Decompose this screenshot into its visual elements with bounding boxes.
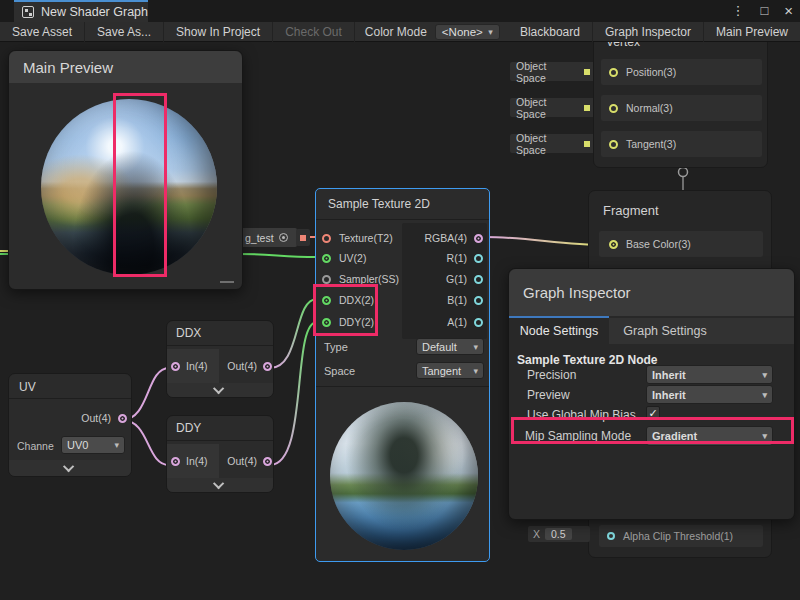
port-position-icon[interactable] [609,68,618,77]
tab-new-shader-graph[interactable]: New Shader Graph [14,0,148,22]
output-row-out4[interactable]: Out(4) [219,444,275,478]
port-b-icon[interactable] [474,296,483,305]
port-uv-icon[interactable] [322,254,331,263]
chevron-down-icon: ▾ [488,27,493,37]
sample-texture-2d-node[interactable]: Sample Texture 2D Texture(T2) UV(2) Samp… [315,188,490,562]
type-dropdown[interactable]: Default ▾ [416,338,484,355]
collapse-toggle[interactable] [167,478,273,492]
port-row-base-color[interactable]: Base Color(3) [599,231,763,257]
input-row-in4[interactable]: In(4) [167,349,219,383]
collapse-toggle[interactable] [9,460,131,476]
port-square-icon[interactable] [584,69,590,75]
annotation-mip-sampling-mode [511,417,794,444]
tab-label: Node Settings [520,324,599,338]
sample-preview-sphere [330,402,478,550]
port-row-tangent[interactable]: Tangent(3) [601,131,762,157]
port-label: UV(2) [339,252,366,264]
preview-dropdown[interactable]: Inherit ▾ [646,385,773,404]
port-label: A(1) [447,316,467,328]
port-label: B(1) [447,294,467,306]
save-as-button[interactable]: Save As... [85,22,164,42]
output-row-g[interactable]: G(1) [402,269,487,289]
port-out-icon[interactable] [263,362,272,371]
blackboard-toggle-button[interactable]: Blackboard [508,22,593,42]
main-preview-toggle-button[interactable]: Main Preview [704,22,800,42]
main-preview-header[interactable]: Main Preview [9,51,242,83]
resize-handle[interactable] [220,281,234,283]
tab-graph-settings[interactable]: Graph Settings [609,318,721,344]
precision-dropdown[interactable]: Inherit ▾ [646,365,773,384]
port-out-icon[interactable] [263,457,272,466]
tab-node-settings[interactable]: Node Settings [509,318,609,344]
output-row-b[interactable]: B(1) [402,290,487,310]
port-row-normal[interactable]: Normal(3) [601,95,762,121]
property-node-gtest[interactable]: g_test [240,228,297,247]
port-r-icon[interactable] [474,254,483,263]
ddx-node[interactable]: DDX In(4) Out(4) [166,320,274,398]
output-row-rgba[interactable]: RGBA(4) [402,228,487,248]
maximize-icon[interactable]: □ [757,0,771,22]
property-node-port[interactable] [296,229,310,246]
value-field[interactable]: 0.5 [545,528,572,540]
input-row-texture[interactable]: Texture(T2) [318,228,393,248]
object-space-chip-normal[interactable]: Object Space [510,98,596,117]
graph-inspector-panel[interactable]: Graph Inspector Node Settings Graph Sett… [508,268,795,520]
save-asset-button[interactable]: Save Asset [0,22,85,42]
port-rgba-icon[interactable] [474,234,483,243]
output-row-out4[interactable]: Out(4) [9,402,133,434]
object-space-label: Object Space [516,132,576,156]
port-out-icon[interactable] [118,414,127,423]
collapse-toggle[interactable] [167,383,273,397]
show-in-project-button[interactable]: Show In Project [164,22,273,42]
alpha-clip-value-chip[interactable]: X 0.5 [528,526,590,542]
object-space-chip-position[interactable]: Object Space [510,62,596,81]
graph-canvas[interactable]: Object Space Object Space Object Space V… [0,42,800,600]
space-dropdown[interactable]: Tangent ▾ [416,362,484,379]
graph-inspector-header[interactable]: Graph Inspector [509,269,794,316]
ddy-node[interactable]: DDY In(4) Out(4) [166,415,274,493]
channel-dropdown[interactable]: UV0 ▾ [61,436,125,454]
divider [316,386,489,387]
kebab-menu-icon[interactable]: ⋮ [728,0,747,22]
type-label: Type [324,341,348,353]
vertex-node[interactable]: Vertex Position(3) Normal(3) Tangent(3) [593,42,768,168]
port-square-icon[interactable] [584,105,590,111]
port-texture-square-icon[interactable] [300,235,306,241]
graph-inspector-toggle-button[interactable]: Graph Inspector [593,22,704,42]
output-row-out4[interactable]: Out(4) [219,349,275,383]
port-g-icon[interactable] [474,275,483,284]
object-space-chip-tangent[interactable]: Object Space [510,134,596,153]
input-row-in4[interactable]: In(4) [167,444,219,478]
port-row-position[interactable]: Position(3) [601,59,762,85]
close-icon[interactable]: × [781,0,796,22]
ddy-node-title: DDY [176,421,201,435]
port-base-color-icon[interactable] [609,240,618,249]
port-normal-icon[interactable] [609,104,618,113]
output-row-a[interactable]: A(1) [402,312,487,332]
chevron-down-icon: ▾ [762,370,767,380]
port-a-icon[interactable] [474,318,483,327]
divider [9,398,131,399]
port-tangent-icon[interactable] [609,140,618,149]
channel-label: Channe [17,440,54,452]
uv-node[interactable]: UV Out(4) Channe UV0 ▾ [8,373,132,477]
chevron-down-icon: ▾ [762,390,767,400]
port-alpha-clip-icon[interactable] [607,532,615,540]
port-texture-icon[interactable] [322,234,331,243]
inspector-section-title: Sample Texture 2D Node [517,353,657,367]
output-row-r[interactable]: R(1) [402,248,487,268]
color-mode-dropdown[interactable]: <None> ▾ [435,24,500,40]
chevron-down-icon [213,383,224,394]
port-label: Out(4) [227,455,257,467]
port-square-icon[interactable] [584,141,590,147]
port-in-icon[interactable] [171,362,180,371]
vertex-fragment-link-handle[interactable] [679,168,688,177]
port-row-alpha-clip[interactable]: Alpha Clip Threshold(1) [599,525,763,547]
chevron-down-icon [63,461,74,472]
wire-ddxout-ddx2[interactable] [270,299,317,368]
port-label: Position(3) [626,66,676,78]
input-row-uv[interactable]: UV(2) [318,248,366,268]
port-in-icon[interactable] [171,457,180,466]
port-sampler-icon[interactable] [322,275,331,284]
sample-node-title: Sample Texture 2D [328,197,430,211]
